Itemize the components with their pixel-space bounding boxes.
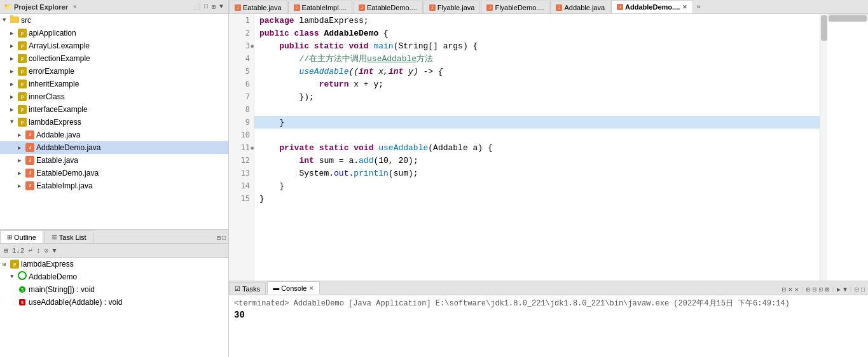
- toggle-ol-lambda[interactable]: ⊞: [3, 261, 10, 268]
- project-explorer: 📁 Project Explorer ✕ ⬜ □ ⊞ ▼ ▼: [0, 0, 228, 230]
- tree-item-interface[interactable]: ▶ p interfaceExample: [0, 103, 228, 116]
- tree-label-addable: Addable.java: [36, 130, 80, 139]
- tab-flyabledemo[interactable]: J FlyableDemo....: [481, 1, 549, 13]
- tree-item-apiApplication[interactable]: ▶ p apiApplication: [0, 27, 228, 39]
- console-tool-1[interactable]: ⊟: [782, 286, 787, 293]
- console-minimize[interactable]: ⊟: [854, 286, 859, 293]
- package-icon-api: p: [18, 29, 27, 38]
- tree-item-collection[interactable]: ▶ p collectionExample: [0, 52, 228, 65]
- tree-label-eatabledemo: EatableDemo.java: [36, 169, 99, 178]
- toggle-innerclass[interactable]: ▶: [10, 94, 18, 101]
- left-panel: 📁 Project Explorer ✕ ⬜ □ ⊞ ▼ ▼: [0, 0, 229, 357]
- tree-item-error[interactable]: ▶ p errorExample: [0, 65, 228, 78]
- toggle-eatableimpl[interactable]: ▶: [18, 183, 25, 190]
- outline-node-lambda[interactable]: ⊞ p lambdaExpress: [0, 258, 228, 270]
- tree-item-lambda[interactable]: ▼ p lambdaExpress: [0, 116, 228, 129]
- tree-item-addabledemo[interactable]: ▶ J AddableDemo.java: [0, 141, 228, 154]
- close-tab-icon[interactable]: ✕: [682, 4, 687, 10]
- tab-addable[interactable]: J Addable.java: [550, 1, 610, 13]
- outline-node-addabledemo[interactable]: ▼ AddableDemo: [0, 270, 228, 283]
- line-num-11: 11●: [229, 141, 254, 154]
- console-tool-6[interactable]: ⊡: [818, 286, 823, 293]
- tab-addabledemo-active[interactable]: J AddableDemo.... ✕: [611, 0, 693, 13]
- toggle-api[interactable]: ▶: [10, 30, 18, 37]
- outline-tool-1[interactable]: ⊞: [3, 246, 10, 255]
- console-tool-8[interactable]: ▶: [836, 286, 841, 293]
- console-tool-9[interactable]: ▼: [843, 286, 848, 293]
- console-maximize[interactable]: □: [860, 286, 865, 293]
- tab-flyable[interactable]: J Flyable.java: [424, 1, 481, 13]
- tree-item-eatable[interactable]: ▶ J Eatable.java: [0, 154, 228, 167]
- tab-console[interactable]: ▬ Console ✕: [267, 281, 320, 295]
- outline-tool-5[interactable]: ⊙: [43, 246, 50, 255]
- tree-item-addable[interactable]: ▶ J Addable.java: [0, 129, 228, 141]
- line-num-10: 10: [229, 129, 254, 141]
- outline-tool-2[interactable]: 1↓2: [11, 247, 26, 255]
- tasklist-icon: ☰: [52, 234, 57, 241]
- toggle-inherit[interactable]: ▶: [10, 81, 18, 88]
- line-num-8: 8: [229, 103, 254, 116]
- console-tool-7[interactable]: ⊠: [825, 286, 830, 293]
- tab-eatableimpl[interactable]: J EatableImpl....: [288, 1, 352, 13]
- line-num-1: 1: [229, 14, 254, 27]
- outline-maximize-icon[interactable]: □: [222, 235, 226, 242]
- tab-eatable[interactable]: J Eatable.java: [229, 1, 287, 13]
- tree-item-inherit[interactable]: ▶ p inheritExample: [0, 78, 228, 90]
- toolbar-icon-2[interactable]: ▼: [218, 3, 224, 11]
- project-tree: ▼ src ▶ p apiApplication ▶: [0, 14, 228, 229]
- toggle-src[interactable]: ▼: [3, 17, 10, 24]
- ol-label-main: main(String[]) : void: [29, 285, 95, 294]
- console-tool-2[interactable]: ✕: [788, 286, 793, 293]
- tree-item-arraylist[interactable]: ▶ p ArrayList.example: [0, 39, 228, 52]
- toggle-interface[interactable]: ▶: [10, 106, 18, 113]
- tree-item-innerclass[interactable]: ▶ p innerClass: [0, 90, 228, 103]
- tree-item-eatabledemo[interactable]: ▶ J EatableDemo.java: [0, 167, 228, 179]
- editor-scrollbar-thumb[interactable]: [821, 15, 827, 41]
- minimize-icon[interactable]: ⬜: [191, 3, 202, 11]
- toggle-collection[interactable]: ▶: [10, 55, 18, 62]
- code-line-11: private static void useAddable(Addable a…: [254, 141, 820, 154]
- toggle-ol-addabledemo[interactable]: ▼: [10, 274, 18, 280]
- maximize-icon[interactable]: □: [203, 3, 209, 11]
- outline-tool-4[interactable]: ↕: [35, 247, 42, 255]
- tab-eatabledemo[interactable]: J EatableDemo....: [353, 1, 423, 13]
- toggle-arraylist[interactable]: ▶: [10, 43, 18, 50]
- toggle-addabledemo[interactable]: ▶: [18, 144, 25, 151]
- toggle-eatabledemo[interactable]: ▶: [18, 170, 25, 177]
- console-tool-4[interactable]: ⊞: [806, 286, 811, 293]
- code-line-8: [254, 103, 820, 116]
- code-line-14: }: [254, 179, 820, 192]
- outline-content: ⊞ p lambdaExpress ▼ AddableDemo: [0, 258, 228, 357]
- tab-tasklist[interactable]: ☰ Task List: [45, 230, 93, 243]
- line-num-5: 5: [229, 65, 254, 78]
- toggle-addable[interactable]: ▶: [18, 132, 25, 139]
- ol-label-addabledemo: AddableDemo: [29, 272, 77, 281]
- editor-scrollbar[interactable]: [820, 14, 827, 281]
- tab-tasks[interactable]: ☑ Tasks: [229, 282, 266, 295]
- editor-hscrollbar-thumb[interactable]: [829, 15, 867, 22]
- toggle-eatable[interactable]: ▶: [18, 157, 25, 164]
- close-console-tab[interactable]: ✕: [309, 285, 314, 291]
- code-line-2: public class AddableDemo {: [254, 27, 820, 39]
- toggle-error[interactable]: ▶: [10, 68, 18, 75]
- code-line-1: package lambdaExpress;: [254, 14, 820, 27]
- close-icon-project[interactable]: ✕: [73, 3, 76, 10]
- outline-minimize-icon[interactable]: ⊟: [217, 234, 221, 242]
- code-editor: 1 2 3● 4 5 6 7 8 9 10 11● 12 13 14: [229, 14, 868, 281]
- tree-item-eatableimpl[interactable]: ▶ J EatableImpl.java: [0, 179, 228, 192]
- code-line-15: }: [254, 192, 820, 205]
- code-lines[interactable]: package lambdaExpress; public class Adda…: [254, 14, 820, 281]
- outline-node-useaddable[interactable]: S useAddable(Addable) : void: [0, 296, 228, 309]
- tab-overflow[interactable]: »: [694, 1, 703, 13]
- toolbar-icon-1[interactable]: ⊞: [210, 3, 217, 11]
- console-tool-3[interactable]: ✕: [794, 286, 799, 293]
- console-tool-5[interactable]: ⊟: [812, 286, 817, 293]
- tab-outline[interactable]: ⊞ Outline: [0, 230, 43, 243]
- package-icon-innerclass: p: [18, 92, 27, 101]
- outline-tool-6[interactable]: ▼: [51, 247, 58, 255]
- outline-tool-3[interactable]: ↩: [27, 246, 34, 255]
- tree-item-src[interactable]: ▼ src: [0, 14, 228, 27]
- tree-label-inherit: inheritExample: [29, 80, 79, 88]
- outline-node-main[interactable]: S main(String[]) : void: [0, 283, 228, 296]
- toggle-lambda[interactable]: ▼: [10, 119, 18, 125]
